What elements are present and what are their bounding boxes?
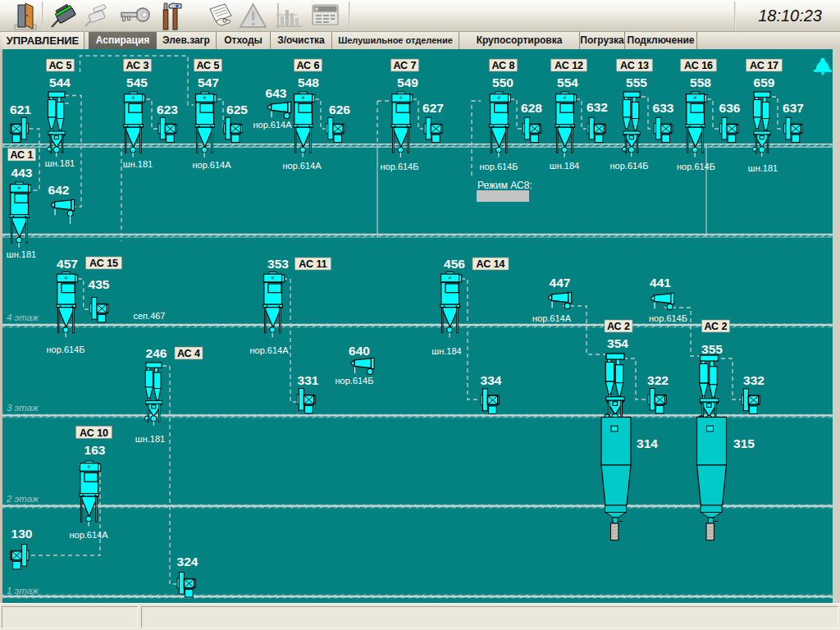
svg-text:нор.614Б: нор.614Б	[381, 162, 419, 171]
svg-text:нор.614Б: нор.614Б	[649, 313, 687, 323]
svg-text:623: 623	[157, 103, 178, 116]
svg-text:163: 163	[84, 443, 106, 457]
svg-text:АС 8: АС 8	[491, 60, 514, 71]
svg-text:435: 435	[89, 277, 110, 291]
svg-text:нор.614А: нор.614А	[69, 530, 108, 540]
svg-text:АС 5: АС 5	[196, 60, 219, 71]
svg-text:324: 324	[177, 555, 199, 568]
svg-text:АС 6: АС 6	[296, 60, 319, 71]
svg-text:353: 353	[267, 257, 289, 271]
svg-text:нор.614Б: нор.614Б	[47, 345, 85, 354]
svg-text:нор.614Б: нор.614Б	[610, 161, 649, 171]
svg-text:шн.181: шн.181	[135, 434, 165, 444]
svg-text:246: 246	[146, 346, 167, 360]
svg-text:АС 7: АС 7	[393, 60, 416, 71]
svg-text:322: 322	[647, 373, 669, 387]
svg-text:640: 640	[349, 344, 370, 358]
svg-text:315: 315	[733, 436, 755, 450]
svg-text:447: 447	[550, 276, 571, 290]
svg-text:628: 628	[521, 101, 542, 115]
svg-text:шн.181: шн.181	[7, 249, 36, 259]
svg-text:555: 555	[626, 75, 647, 89]
svg-text:шн.181: шн.181	[45, 158, 75, 168]
svg-text:АС 15: АС 15	[89, 258, 118, 269]
svg-text:636: 636	[719, 101, 741, 115]
svg-text:456: 456	[444, 257, 465, 271]
svg-text:642: 642	[48, 183, 70, 197]
svg-text:нор.614А: нор.614А	[532, 313, 572, 323]
svg-text:625: 625	[226, 103, 248, 116]
svg-text:637: 637	[783, 101, 804, 115]
svg-text:АС 2: АС 2	[607, 321, 630, 332]
svg-text:нор.614А: нор.614А	[253, 120, 292, 130]
svg-text:нор.614А: нор.614А	[192, 160, 231, 170]
svg-text:355: 355	[701, 342, 723, 356]
svg-text:нор.614Б: нор.614Б	[480, 162, 518, 171]
svg-text:АС 5: АС 5	[48, 60, 71, 71]
svg-text:нор.614А: нор.614А	[249, 345, 289, 355]
svg-text:314: 314	[637, 436, 658, 450]
svg-text:627: 627	[422, 101, 444, 115]
svg-text:шн.181: шн.181	[123, 159, 153, 169]
svg-text:АС 2: АС 2	[704, 321, 727, 332]
svg-text:сеп.467: сеп.467	[134, 311, 166, 321]
svg-text:АС 17: АС 17	[750, 60, 778, 71]
svg-text:550: 550	[492, 75, 514, 89]
svg-text:633: 633	[653, 101, 674, 115]
svg-text:441: 441	[650, 276, 671, 290]
svg-text:шн.184: шн.184	[550, 161, 579, 171]
svg-text:АС 4: АС 4	[177, 348, 200, 359]
svg-text:558: 558	[690, 75, 711, 89]
svg-text:130: 130	[11, 527, 33, 541]
svg-text:334: 334	[481, 373, 502, 387]
svg-text:632: 632	[587, 100, 608, 114]
svg-text:3 этаж: 3 этаж	[7, 403, 39, 413]
svg-text:АС 16: АС 16	[684, 60, 713, 71]
svg-text:443: 443	[11, 166, 33, 180]
svg-text:АС 3: АС 3	[126, 60, 148, 71]
svg-text:АС 11: АС 11	[299, 258, 326, 270]
svg-text:нор.614Б: нор.614Б	[336, 376, 374, 386]
svg-text:457: 457	[57, 257, 78, 271]
svg-text:659: 659	[754, 75, 775, 89]
svg-text:626: 626	[329, 103, 350, 116]
svg-text:АС 13: АС 13	[620, 60, 649, 71]
svg-text:нор.614А: нор.614А	[282, 161, 322, 171]
svg-text:АС 1: АС 1	[10, 149, 33, 161]
svg-text:643: 643	[266, 86, 287, 100]
svg-text:548: 548	[298, 75, 319, 89]
svg-text:621: 621	[10, 103, 31, 116]
svg-text:2 этаж: 2 этаж	[6, 494, 39, 504]
svg-text:547: 547	[198, 75, 219, 89]
svg-text:1 этаж: 1 этаж	[7, 586, 39, 596]
svg-text:554: 554	[557, 75, 578, 89]
svg-text:544: 544	[49, 75, 71, 89]
svg-text:АС 12: АС 12	[555, 60, 583, 71]
svg-text:нор.614Б: нор.614Б	[677, 162, 715, 171]
svg-text:331: 331	[298, 373, 319, 387]
svg-text:549: 549	[397, 75, 418, 89]
svg-text:4 этаж: 4 этаж	[7, 313, 39, 322]
svg-text:шн.181: шн.181	[748, 163, 778, 173]
svg-text:шн.184: шн.184	[431, 346, 461, 356]
svg-text:332: 332	[743, 373, 765, 387]
svg-text:354: 354	[607, 336, 628, 350]
svg-text:АС 10: АС 10	[80, 427, 108, 439]
svg-text:Режим АС8:: Режим АС8:	[477, 180, 532, 191]
svg-text:545: 545	[126, 75, 148, 89]
svg-text:АС 14: АС 14	[476, 258, 504, 270]
